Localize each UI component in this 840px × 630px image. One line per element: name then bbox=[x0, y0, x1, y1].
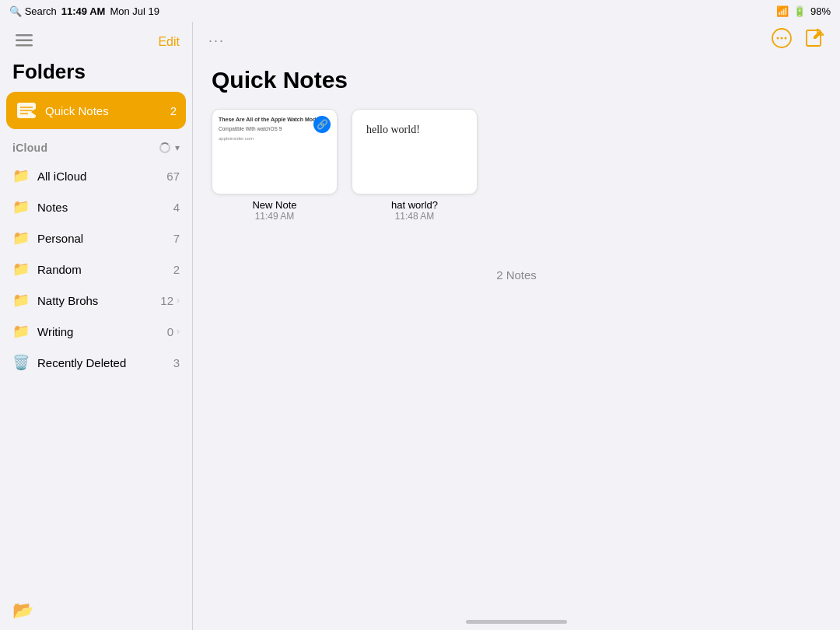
main-content: ··· bbox=[193, 22, 840, 630]
note-time: 11:49 AM bbox=[255, 211, 295, 222]
folder-count: 4 bbox=[173, 201, 180, 214]
page-title: Quick Notes bbox=[212, 67, 821, 93]
folder-item-notes[interactable]: 📁 Notes 4 bbox=[0, 191, 192, 222]
note-time: 11:48 AM bbox=[395, 211, 435, 222]
svg-point-9 bbox=[777, 37, 779, 40]
main-layout: Edit Folders Quick Notes 2 bbox=[0, 22, 840, 630]
edit-button[interactable]: Edit bbox=[158, 35, 180, 49]
folder-icon: 📁 bbox=[12, 229, 30, 247]
note-thumbnail: These Are All of the Apple Watch Models … bbox=[212, 109, 338, 194]
folder-icon: 📁 bbox=[12, 167, 30, 184]
sidebar: Edit Folders Quick Notes 2 bbox=[0, 22, 193, 630]
chevron-down-icon: ▾ bbox=[175, 142, 180, 153]
folder-item-recently-deleted[interactable]: 🗑️ Recently Deleted 3 bbox=[0, 347, 192, 378]
folder-icon: 📁 bbox=[12, 292, 30, 309]
top-bar: ··· bbox=[193, 22, 840, 59]
folder-count: 2 bbox=[173, 263, 180, 276]
loading-spinner bbox=[159, 142, 170, 153]
sidebar-bottom: 📂 bbox=[0, 591, 192, 630]
svg-point-11 bbox=[785, 37, 787, 40]
folder-item-personal[interactable]: 📁 Personal 7 bbox=[0, 222, 192, 254]
wifi-icon: 📶 bbox=[776, 5, 789, 17]
content-area: Quick Notes These Are All of the Apple W… bbox=[193, 59, 840, 615]
trash-icon: 🗑️ bbox=[12, 354, 30, 371]
chevron-right-icon: › bbox=[177, 326, 180, 337]
folder-count: 0 bbox=[167, 325, 173, 338]
status-left: 🔍 Search 11:49 AM Mon Jul 19 bbox=[9, 5, 159, 17]
notes-count: 2 Notes bbox=[212, 268, 821, 282]
battery-percent: 98% bbox=[810, 5, 831, 17]
folder-name: Random bbox=[37, 263, 82, 276]
svg-point-10 bbox=[781, 37, 783, 40]
folder-icon: 📁 bbox=[12, 198, 30, 215]
status-right: 📶 🔋 98% bbox=[776, 5, 831, 17]
svg-rect-1 bbox=[16, 40, 33, 42]
folder-name: Notes bbox=[37, 201, 68, 214]
quick-notes-icon bbox=[16, 100, 37, 121]
folder-item-natty-brohs[interactable]: 📁 Natty Brohs 12 › bbox=[0, 285, 192, 316]
home-indicator bbox=[466, 620, 567, 624]
folders-title: Folders bbox=[0, 60, 192, 92]
folder-list: 📁 All iCloud 67 📁 Notes 4 📁 bbox=[0, 160, 192, 378]
folder-name: All iCloud bbox=[37, 170, 86, 183]
bottom-bar bbox=[193, 615, 840, 630]
folder-item-writing[interactable]: 📁 Writing 0 › bbox=[0, 316, 192, 347]
chevron-right-icon: › bbox=[177, 295, 180, 306]
note-name: New Note bbox=[252, 199, 296, 211]
note-thumbnail: hello world! bbox=[352, 109, 478, 194]
quick-notes-label: Quick Notes bbox=[45, 104, 109, 117]
folder-icon: 📁 bbox=[12, 323, 30, 340]
folder-icon: 📁 bbox=[12, 261, 30, 278]
folder-item-all-icloud[interactable]: 📁 All iCloud 67 bbox=[0, 160, 192, 191]
folder-count: 3 bbox=[173, 356, 180, 369]
sidebar-header: Edit bbox=[0, 22, 192, 60]
note-card-new-note[interactable]: These Are All of the Apple Watch Models … bbox=[212, 109, 338, 222]
folder-item-random[interactable]: 📁 Random 2 bbox=[0, 254, 192, 285]
folder-badge-icon: 📂 bbox=[12, 600, 33, 621]
sidebar-toggle-button[interactable] bbox=[12, 30, 36, 54]
folder-name: Recently Deleted bbox=[37, 356, 126, 369]
folder-count: 67 bbox=[166, 170, 180, 183]
folder-name: Personal bbox=[37, 232, 83, 245]
quick-notes-count: 2 bbox=[170, 104, 177, 117]
compose-button[interactable] bbox=[804, 28, 824, 53]
status-date: Mon Jul 19 bbox=[110, 5, 159, 17]
folder-count: 12 bbox=[160, 294, 173, 307]
battery-icon: 🔋 bbox=[793, 5, 806, 17]
icloud-header: iCloud ▾ bbox=[12, 142, 180, 154]
folder-name: Natty Brohs bbox=[37, 294, 98, 307]
notes-grid: These Are All of the Apple Watch Models … bbox=[212, 109, 821, 222]
icloud-section: iCloud ▾ bbox=[0, 135, 192, 160]
status-time: 11:49 AM bbox=[61, 5, 106, 17]
folder-count: 7 bbox=[173, 232, 180, 245]
three-dots: ··· bbox=[208, 33, 225, 49]
note-card-hat-world[interactable]: hello world! hat world? 11:48 AM bbox=[352, 109, 478, 222]
quick-notes-item[interactable]: Quick Notes 2 bbox=[6, 92, 186, 129]
status-bar: 🔍 Search 11:49 AM Mon Jul 19 📶 🔋 98% bbox=[0, 0, 840, 22]
search-status: 🔍 Search bbox=[9, 5, 57, 17]
svg-rect-0 bbox=[16, 34, 33, 37]
folder-name: Writing bbox=[37, 325, 73, 338]
icloud-label: iCloud bbox=[12, 142, 47, 154]
link-badge: 🔗 bbox=[313, 116, 331, 133]
note-name: hat world? bbox=[391, 199, 438, 211]
more-options-button[interactable] bbox=[772, 28, 792, 53]
svg-rect-2 bbox=[16, 44, 33, 47]
